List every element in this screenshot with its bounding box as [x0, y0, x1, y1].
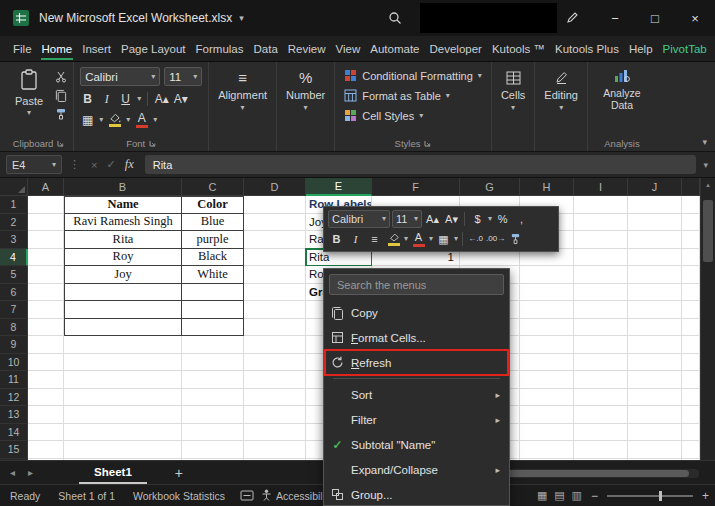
cell-J14[interactable]: [628, 424, 682, 442]
cell-A9[interactable]: [28, 336, 64, 354]
workbook-statistics-button[interactable]: Workbook Statistics: [133, 490, 225, 502]
column-header-F[interactable]: F: [372, 178, 460, 196]
cell-H10[interactable]: [520, 354, 574, 372]
zoom-out-button[interactable]: −: [591, 489, 598, 503]
horizontal-scrollbar-thumb[interactable]: [506, 470, 689, 477]
cell-C5[interactable]: White: [182, 266, 244, 284]
column-header-H[interactable]: H: [520, 178, 574, 196]
row-header-12[interactable]: 12: [0, 389, 28, 407]
conditional-formatting-button[interactable]: Conditional Formatting ▾: [341, 66, 485, 86]
cut-button[interactable]: [55, 71, 67, 83]
cell-D14[interactable]: [244, 424, 306, 442]
cell-D12[interactable]: [244, 389, 306, 407]
tab-view[interactable]: View: [331, 36, 366, 61]
menu-item-sort[interactable]: Sort▸: [324, 382, 509, 407]
format-painter-button[interactable]: [55, 108, 67, 120]
paste-button[interactable]: Paste ▾: [10, 66, 48, 120]
menu-item-refresh[interactable]: Refresh: [324, 350, 509, 375]
cell-D1[interactable]: [244, 196, 306, 214]
bold-button[interactable]: B: [80, 90, 95, 107]
horizontal-scrollbar[interactable]: [503, 469, 699, 478]
cell-C7[interactable]: [182, 301, 244, 319]
row-header-3[interactable]: 3: [0, 231, 28, 249]
tab-kutools[interactable]: Kutools ™: [487, 36, 550, 61]
next-sheet-icon[interactable]: ▸: [28, 467, 33, 478]
vertical-scrollbar[interactable]: ▴: [700, 178, 715, 460]
grow-font-button[interactable]: A▴: [154, 90, 169, 107]
chevron-down-icon[interactable]: ▾: [404, 235, 408, 243]
cell-H7[interactable]: [520, 301, 574, 319]
tab-insert[interactable]: Insert: [77, 36, 116, 61]
italic-button[interactable]: I: [347, 231, 364, 248]
formula-input[interactable]: Rita: [145, 155, 697, 174]
cell-A5[interactable]: [28, 266, 64, 284]
cell-C13[interactable]: [182, 406, 244, 424]
tab-developer[interactable]: Developer: [424, 36, 486, 61]
row-header-14[interactable]: 14: [0, 424, 28, 442]
cell-H11[interactable]: [520, 371, 574, 389]
decrease-decimal-button[interactable]: .00→: [486, 231, 505, 248]
cell-B15[interactable]: [64, 441, 182, 459]
cell-C9[interactable]: [182, 336, 244, 354]
cell-B12[interactable]: [64, 389, 182, 407]
row-header-7[interactable]: 7: [0, 301, 28, 319]
cell-C8[interactable]: [182, 319, 244, 337]
center-align-button[interactable]: ≡: [366, 231, 383, 248]
chevron-down-icon[interactable]: ▾: [454, 235, 458, 243]
cell-I12[interactable]: [574, 389, 628, 407]
cell-A12[interactable]: [28, 389, 64, 407]
title-chevron-down-icon[interactable]: ▾: [239, 13, 244, 23]
cell-J12[interactable]: [628, 389, 682, 407]
font-size-select[interactable]: 11▾: [164, 67, 202, 86]
cell-A10[interactable]: [28, 354, 64, 372]
menu-item-subtotal-name[interactable]: ✓Subtotal "Name": [324, 432, 509, 457]
status-sheet-info[interactable]: Sheet 1 of 1: [58, 490, 115, 502]
cells-group-button[interactable]: Cells ▾: [492, 62, 535, 151]
cell-D6[interactable]: [244, 284, 306, 302]
cell-A6[interactable]: [28, 284, 64, 302]
cell-J2[interactable]: [628, 214, 682, 232]
chevron-down-icon[interactable]: ▾: [429, 235, 433, 243]
cell-I6[interactable]: [574, 284, 628, 302]
menu-item-format-cells[interactable]: Format Cells...: [324, 325, 509, 350]
cell-D10[interactable]: [244, 354, 306, 372]
tab-automate[interactable]: Automate: [365, 36, 424, 61]
mini-font-size-select[interactable]: 11▾: [392, 210, 422, 228]
cell-H9[interactable]: [520, 336, 574, 354]
cell-I11[interactable]: [574, 371, 628, 389]
cell-A7[interactable]: [28, 301, 64, 319]
dialog-launcher-icon[interactable]: [149, 138, 156, 149]
fill-color-chevron-icon[interactable]: ▾: [126, 116, 130, 124]
cell-C10[interactable]: [182, 354, 244, 372]
shrink-font-button[interactable]: A▾: [443, 211, 460, 228]
maximize-button[interactable]: □: [635, 0, 675, 36]
column-header-G[interactable]: G: [460, 178, 520, 196]
cell-J6[interactable]: [628, 284, 682, 302]
font-name-select[interactable]: Calibri▾: [80, 67, 160, 86]
cell-B7[interactable]: [64, 301, 182, 319]
editing-group-button[interactable]: Editing ▾: [535, 62, 588, 151]
cell-H8[interactable]: [520, 319, 574, 337]
cell-I13[interactable]: [574, 406, 628, 424]
underline-chevron-icon[interactable]: ▾: [137, 95, 141, 103]
cell-H13[interactable]: [520, 406, 574, 424]
column-header-J[interactable]: J: [628, 178, 682, 196]
accounting-format-button[interactable]: $: [469, 211, 486, 228]
cell-D3[interactable]: [244, 231, 306, 249]
cell-C2[interactable]: Blue: [182, 214, 244, 232]
cell-B11[interactable]: [64, 371, 182, 389]
cell-C4[interactable]: Black: [182, 249, 244, 267]
cell-I2[interactable]: [574, 214, 628, 232]
tab-review[interactable]: Review: [283, 36, 331, 61]
display-icon[interactable]: [240, 490, 254, 501]
cell-A8[interactable]: [28, 319, 64, 337]
column-header-I[interactable]: I: [574, 178, 628, 196]
cell-H6[interactable]: [520, 284, 574, 302]
percent-style-button[interactable]: %: [494, 211, 511, 228]
cell-C3[interactable]: purple: [182, 231, 244, 249]
tab-help[interactable]: Help: [624, 36, 658, 61]
cell-J5[interactable]: [628, 266, 682, 284]
page-break-view-icon[interactable]: ▥: [572, 489, 582, 501]
cell-D9[interactable]: [244, 336, 306, 354]
number-group-button[interactable]: % Number ▾: [277, 62, 335, 151]
